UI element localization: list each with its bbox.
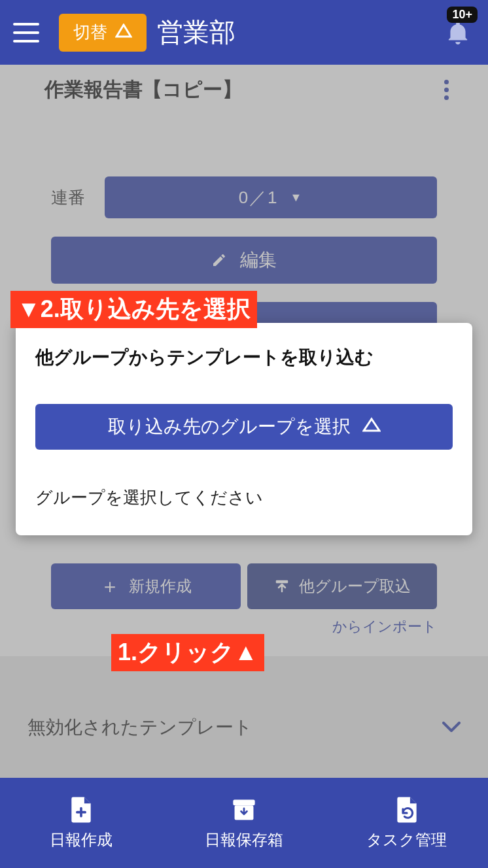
pencil-icon [211, 252, 227, 268]
report-title: 作業報告書【コピー】 [44, 76, 242, 103]
nav-label-3: タスク管理 [366, 829, 447, 850]
more-icon[interactable] [444, 80, 449, 100]
chevron-down-icon [442, 717, 461, 738]
nav-task-manage[interactable]: タスク管理 [325, 778, 488, 868]
edit-label: 編集 [240, 248, 277, 273]
dialog-hint: グループを選択してください [35, 486, 453, 509]
file-refresh-icon [394, 795, 420, 824]
plus-icon: ＋ [100, 573, 120, 600]
nav-save-box[interactable]: 日報保存箱 [163, 778, 326, 868]
dialog-title: 他グループからテンプレートを取り込む [35, 345, 453, 370]
switch-button[interactable]: 切替 [59, 14, 147, 52]
archive-icon [231, 795, 257, 824]
sequence-value: 0／1 [239, 186, 279, 209]
disabled-templates-row[interactable]: 無効化されたテンプレート [0, 689, 488, 766]
triangle-up-icon [115, 24, 132, 42]
import-dialog: 他グループからテンプレートを取り込む 取り込み先のグループを選択 グループを選択… [16, 323, 472, 535]
import-label: 他グループ取込 [299, 576, 411, 597]
edit-button[interactable]: 編集 [51, 237, 437, 284]
bell-icon [447, 21, 468, 44]
bottom-nav: 日報作成 日報保存箱 タスク管理 [0, 778, 488, 868]
new-label: 新規作成 [129, 576, 192, 597]
caret-down-icon: ▼ [290, 191, 304, 205]
annotation-step2: ▼2.取り込み先を選択 [10, 291, 257, 328]
sequence-label: 連番 [51, 186, 85, 209]
select-group-label: 取り込み先のグループを選択 [108, 414, 351, 439]
notification-badge: 10+ [447, 7, 478, 23]
app-header: 切替 営業部 10+ [0, 0, 488, 65]
import-group-button[interactable]: 他グループ取込 [247, 563, 437, 609]
annotation-step1: 1.クリック▲ [111, 634, 264, 671]
switch-label: 切替 [73, 21, 107, 44]
upload-icon [274, 578, 290, 594]
page-title: 営業部 [157, 14, 235, 50]
file-plus-icon [68, 795, 94, 824]
notifications-button[interactable]: 10+ [447, 21, 468, 47]
nav-label-1: 日報作成 [50, 829, 113, 850]
import-link[interactable]: からインポート [0, 609, 488, 637]
menu-icon[interactable] [13, 23, 39, 42]
select-group-button[interactable]: 取り込み先のグループを選択 [35, 404, 453, 450]
sequence-dropdown[interactable]: 0／1 ▼ [105, 176, 437, 218]
nav-create-report[interactable]: 日報作成 [0, 778, 163, 868]
disabled-templates-label: 無効化されたテンプレート [27, 715, 253, 740]
svg-rect-0 [233, 799, 254, 805]
triangle-up-icon [362, 417, 381, 437]
new-button[interactable]: ＋ 新規作成 [51, 563, 241, 609]
nav-label-2: 日報保存箱 [205, 829, 283, 850]
